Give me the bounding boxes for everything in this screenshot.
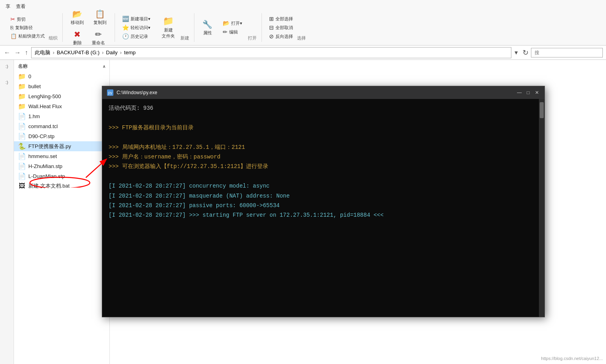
file-list-item[interactable]: 📁0 [14,71,109,81]
paste-shortcut-label: 粘贴快捷方式 [18,33,45,39]
sep2: › [102,49,103,55]
sort-icon[interactable]: ∧ [103,64,105,69]
sep1: › [53,49,54,55]
invert-select-button[interactable]: ⊘ 反向选择 [267,32,295,40]
menu-enjoy[interactable]: 享 [3,2,13,11]
file-icon: 📄 [18,172,26,180]
open-button[interactable]: 📂 打开▾ [220,19,245,27]
path-part-computer[interactable]: 此电脑 [35,49,50,56]
up-button[interactable]: ↑ [25,49,28,56]
easy-access-button[interactable]: ⭐ 轻松访问▾ [120,24,153,32]
terminal-maximize-button[interactable]: □ [525,90,531,95]
file-list-item[interactable]: 📁Wall.Heat Flux [14,101,109,111]
file-list-item[interactable]: 🖼新建 文本文档.bat [14,181,109,191]
deselect-all-button[interactable]: ⊟ 全部取消 [267,24,295,32]
rename-button[interactable]: ✏ 重命名 [89,28,108,47]
ribbon-open-group: 🔧 属性 📂 打开▾ ✏ 编辑 打开 [194,13,262,42]
file-name: D90-CP.stp [28,133,105,139]
file-list-item[interactable]: 📄L-DuanMian.stp [14,171,109,181]
file-icon: 🖼 [18,182,26,190]
edit-button[interactable]: ✏ 编辑 [220,28,245,36]
select-all-label: 全部选择 [275,16,293,22]
deselect-all-icon: ⊟ [269,24,274,31]
file-name: Wall.Heat Flux [28,103,105,109]
properties-button[interactable]: 🔧 属性 [199,18,216,38]
header-name: 名称 [18,63,28,70]
address-dropdown[interactable]: ▾ [515,49,518,56]
address-bar: ← → ↑ 此电脑 › BACKUP4T-B (G:) › Daily › te… [0,46,606,60]
paste-shortcut-icon: 📋 [10,33,17,39]
path-part-daily[interactable]: Daily [106,49,118,55]
properties-icon: 🔧 [202,20,212,29]
open-group-label: 打开 [248,35,257,42]
history-button[interactable]: 🕐 历史记录 [120,32,153,40]
file-icon: 📄 [18,133,26,140]
clipboard-cut-button[interactable]: ✂ 剪切 [8,15,47,23]
terminal-window: py C:\Windows\py.exe — □ ✕ 活动代码页: 936 >>… [102,86,545,317]
new-item-button[interactable]: 🆕 新建项目▾ [120,15,153,23]
properties-label: 属性 [203,30,212,36]
file-list-item[interactable]: 🐍FTP便携服务器.py [14,141,109,151]
terminal-line: [I 2021-02-28 20:27:27] masquerade (NAT)… [109,192,533,200]
refresh-button[interactable]: ↻ [523,48,529,57]
file-icon: 📄 [18,113,26,120]
terminal-scrollbar-thumb[interactable] [540,102,544,118]
terminal-scrollbar[interactable] [539,99,545,317]
delete-icon: ✖ [74,30,81,39]
back-button[interactable]: ← [4,49,10,56]
terminal-line: >>> FTP服务器根目录为当前目录 [109,123,533,132]
ribbon-clipboard-group: ✂ 剪切 ⎘ 复制路径 📋 粘贴快捷方式 组织 [3,13,63,42]
copy-to-button[interactable]: 📋 复制到 [90,8,110,27]
move-label: 移动到 [71,20,84,26]
file-list-item[interactable]: 📄D90-CP.stp [14,131,109,141]
file-list-item[interactable]: 📁bullet [14,81,109,91]
new-item-icon: 🆕 [122,16,129,22]
file-list-item[interactable]: 📄H-ZhuMian.stp [14,161,109,171]
delete-label: 删除 [73,40,82,46]
path-part-temp[interactable]: temp [124,49,136,55]
terminal-line: [I 2021-02-28 20:27:27] >>> starting FTP… [109,211,533,220]
history-label: 历史记录 [131,34,148,40]
new-folder-button[interactable]: 📁 新建 文件夹 [158,14,179,41]
file-name: 新建 文本文档.bat [28,182,105,190]
easy-access-label: 轻松访问▾ [131,25,151,31]
file-name: LengNing-500 [28,93,105,99]
organize-group-label: 组织 [49,35,57,42]
cut-label: 剪切 [17,16,26,22]
terminal-icon: py [107,89,113,96]
rename-label: 重命名 [92,40,105,46]
terminal-close-button[interactable]: ✕ [534,90,540,95]
file-list-item[interactable]: 📄1.hm [14,111,109,121]
menu-view[interactable]: 查看 [14,2,28,11]
terminal-line: [I 2021-02-28 20:27:27] concurrency mode… [109,182,533,190]
terminal-titlebar: py C:\Windows\py.exe — □ ✕ [102,86,545,99]
terminal-line [109,113,533,122]
move-icon: 📂 [72,9,82,19]
copy-to-icon: 📋 [95,9,105,19]
new-folder-label: 新建 文件夹 [162,27,175,39]
select-all-button[interactable]: ⊞ 全部选择 [267,15,295,23]
scissors-icon: ✂ [10,16,15,22]
forward-button[interactable]: → [14,49,21,56]
ribbon-toolbar: ✂ 剪切 ⎘ 复制路径 📋 粘贴快捷方式 组织 [3,12,603,44]
ribbon-select-group: ⊞ 全部选择 ⊟ 全部取消 ⊘ 反向选择 选择 [262,13,311,42]
open-icon: 📂 [223,20,230,26]
new-folder-icon: 📁 [163,16,174,26]
paste-shortcut-button[interactable]: 📋 粘贴快捷方式 [8,32,47,40]
path-part-drive[interactable]: BACKUP4T-B (G:) [57,49,99,55]
select-all-icon: ⊞ [269,16,274,22]
file-icon: 📄 [18,123,26,130]
left-sidebar-partial: :) :) [0,60,14,364]
terminal-line: 活动代码页: 936 [109,104,533,113]
copy-path-button[interactable]: ⎘ 复制路径 [8,24,47,32]
file-list-item[interactable]: 📁LengNing-500 [14,91,109,101]
address-path[interactable]: 此电脑 › BACKUP4T-B (G:) › Daily › temp [31,47,511,58]
move-to-button[interactable]: 📂 移动到 [67,8,87,27]
file-list-item[interactable]: 📄command.tcl [14,121,109,131]
delete-button[interactable]: ✖ 删除 [69,28,85,47]
file-icon: 📁 [18,83,26,90]
search-input[interactable] [531,48,603,57]
easy-access-icon: ⭐ [122,24,129,31]
file-list-item[interactable]: 📄hmmenu.set [14,151,109,161]
terminal-minimize-button[interactable]: — [517,90,522,95]
